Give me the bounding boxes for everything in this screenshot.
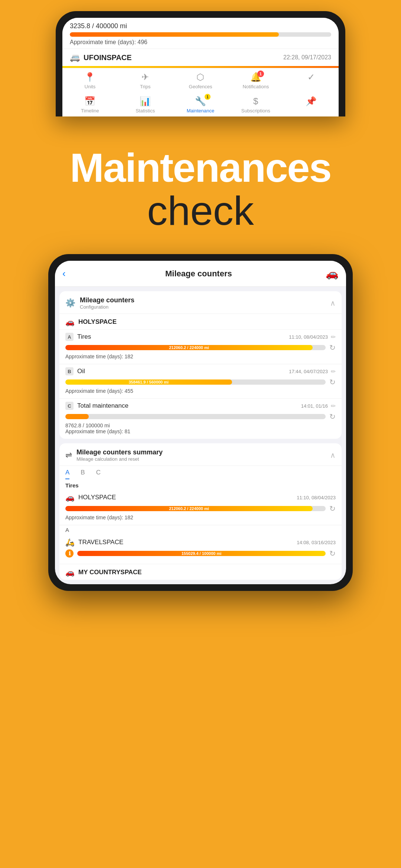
nav-notifications[interactable]: 🔔 1 Notifications [228, 68, 283, 92]
maint-total: C Total maintenance 14:01, 01/16 ✏ ↻ [59, 399, 342, 439]
holyspace-name: HOLYSPACE [78, 494, 297, 501]
holyspace-approx: Approximate time (days): 182 [65, 514, 336, 520]
top-progress-area: 3235.8 / 400000 mi Approximate time (day… [62, 18, 339, 49]
holyspace-progress-bar: 212060.2 / 224000 mi [65, 506, 326, 511]
nav-subscriptions[interactable]: $ Subscriptions [228, 92, 283, 116]
holyspace-progress-row: 212060.2 / 224000 mi ↻ [65, 504, 336, 513]
travelspace-progress-bar: 155029.4 / 100000 mi [77, 551, 326, 556]
config-vehicle: 🚗 HOLYSPACE [59, 314, 342, 330]
tab-c[interactable]: C [96, 469, 101, 479]
config-chevron: ∧ [330, 299, 336, 308]
summary-tabs: A B C [59, 466, 342, 479]
back-button[interactable]: ‹ [62, 268, 66, 279]
nav-trips[interactable]: ✈ Trips [118, 68, 173, 92]
maintenance-icon: 🔧1 [195, 96, 206, 106]
summary-card: ⇌ Mileage counters summary Mileage calcu… [59, 443, 342, 580]
tires-badge: A [65, 333, 74, 341]
vehicle-row[interactable]: 🚐 UFOINSPACE 22:28, 09/17/2023 [62, 49, 339, 66]
holyspace-icon: 🚗 [65, 493, 75, 502]
tab-a[interactable]: A [65, 469, 69, 479]
config-subtitle: Configuration [80, 304, 330, 310]
geofences-icon: ⬡ [196, 72, 204, 82]
timeline-icon: 📅 [84, 96, 95, 106]
nav-geofences[interactable]: ⬡ Geofences [173, 68, 228, 92]
bottom-phone-screen: ‹ Mileage counters 🚗 ⚙️ Mileage counters… [55, 261, 346, 584]
tires-edit-icon[interactable]: ✏ [331, 333, 336, 341]
total-edit-icon[interactable]: ✏ [331, 402, 336, 410]
countryspace-name: MY COUNTRYSPACE [78, 569, 142, 576]
nav-pin[interactable]: 📌 [283, 92, 339, 116]
bottom-phone-wrapper: ‹ Mileage counters 🚗 ⚙️ Mileage counters… [0, 254, 401, 606]
tires-progress-bar: 212060.2 / 224000 mi [65, 345, 326, 350]
config-veh-name: HOLYSPACE [78, 318, 117, 326]
oil-progress-bar: 358461.9 / 560000 mi [65, 379, 326, 385]
total-name: Total maintenance [77, 402, 301, 410]
vehicle-date: 22:28, 09/17/2023 [283, 54, 331, 61]
total-refresh-icon[interactable]: ↻ [329, 412, 336, 421]
trips-icon: ✈ [141, 72, 149, 82]
nav-row-1: 📍 Units ✈ Trips ⬡ Geofences 🔔 1 Noti [62, 68, 339, 92]
entry-a-label: A [59, 525, 342, 535]
tires-progress-fill: 212060.2 / 224000 mi [65, 345, 313, 350]
oil-name: Oil [77, 368, 289, 375]
summary-card-header[interactable]: ⇌ Mileage counters summary Mileage calcu… [59, 443, 342, 466]
oil-badge: B [65, 367, 74, 375]
tires-refresh-icon[interactable]: ↻ [329, 343, 336, 352]
travelspace-icon: 🛵 [65, 538, 75, 547]
maint-tires: A Tires 11:10, 08/04/2023 ✏ 212060.2 / 2… [59, 330, 342, 364]
oil-progress-fill: 358461.9 / 560000 mi [65, 379, 232, 385]
nav-check[interactable]: ✓ [283, 68, 339, 92]
holyspace-refresh-icon[interactable]: ↻ [329, 504, 336, 513]
tires-date: 11:10, 08/04/2023 [289, 334, 328, 340]
nav-units[interactable]: 📍 Units [62, 68, 118, 92]
holyspace-progress-fill: 212060.2 / 224000 mi [65, 506, 313, 511]
nav-timeline[interactable]: 📅 Timeline [62, 92, 118, 116]
config-card: ⚙️ Mileage counters Configuration ∧ 🚗 HO… [59, 291, 342, 439]
summary-header-text: Mileage counters summary Mileage calcula… [76, 448, 330, 462]
maint-oil: B Oil 17:44, 04/07/2023 ✏ 358461.9 / 560… [59, 364, 342, 399]
travelspace-name: TRAVELSPACE [78, 539, 297, 546]
travelspace-progress-row: ℹ 155029.4 / 100000 mi ↻ [65, 549, 336, 558]
bottom-phone: ‹ Mileage counters 🚗 ⚙️ Mileage counters… [48, 254, 353, 591]
countryspace-icon: 🚗 [65, 568, 75, 577]
total-badge: C [65, 402, 74, 410]
travelspace-refresh-icon[interactable]: ↻ [329, 549, 336, 558]
top-phone-wrapper: 3235.8 / 400000 mi Approximate time (day… [0, 0, 401, 116]
summary-icon: ⇌ [65, 450, 72, 460]
progress-bar [70, 32, 331, 37]
tab-b[interactable]: B [81, 469, 85, 479]
total-approx: Approximate time (days): 81 [65, 428, 336, 434]
top-phone-screen: 3235.8 / 400000 mi Approximate time (day… [62, 18, 339, 116]
vehicle-name: UFOINSPACE [84, 53, 283, 62]
total-bottom-row: 8762.8 / 100000 mi [65, 423, 336, 428]
progress-label: 3235.8 / 400000 mi [70, 22, 331, 30]
travelspace-progress-label: 155029.4 / 100000 mi [182, 551, 222, 556]
nav-statistics[interactable]: 📊 Statistics [118, 92, 173, 116]
oil-progress-row: 358461.9 / 560000 mi ↻ [65, 378, 336, 387]
total-date: 14:01, 01/16 [301, 403, 328, 409]
tires-name: Tires [77, 333, 289, 341]
hero-subtitle: check [22, 189, 379, 232]
statistics-icon: 📊 [140, 96, 151, 106]
oil-edit-icon[interactable]: ✏ [331, 368, 336, 375]
oil-refresh-icon[interactable]: ↻ [329, 378, 336, 387]
holyspace-date: 11:10, 08/04/2023 [297, 495, 336, 500]
approx-time: Approximate time (days): 496 [70, 39, 331, 46]
config-title: Mileage counters [80, 296, 330, 304]
total-progress-text: 8762.8 / 100000 mi [65, 423, 110, 428]
top-phone: 3235.8 / 400000 mi Approximate time (day… [56, 11, 345, 116]
config-card-header[interactable]: ⚙️ Mileage counters Configuration ∧ [59, 291, 342, 314]
units-icon: 📍 [84, 72, 95, 82]
nav-maintenance[interactable]: 🔧1 Maintenance [173, 92, 228, 116]
hero-title: Maintenances [22, 146, 379, 189]
pin-icon: 📌 [306, 96, 317, 106]
summary-travelspace: 🛵 TRAVELSPACE 14:08, 03/16/2023 ℹ 155029… [59, 535, 342, 564]
summary-title: Mileage counters summary [76, 448, 330, 456]
travelspace-progress-fill: 155029.4 / 100000 mi [77, 551, 326, 556]
subscriptions-icon: $ [253, 96, 258, 106]
header-car-icon: 🚗 [326, 267, 339, 280]
maintenance-badge: 1 [205, 94, 211, 100]
tires-progress-label: 212060.2 / 224000 mi [169, 345, 209, 350]
travelspace-date: 14:08, 03/16/2023 [297, 540, 336, 545]
summary-holyspace: 🚗 HOLYSPACE 11:10, 08/04/2023 212060.2 /… [59, 490, 342, 525]
